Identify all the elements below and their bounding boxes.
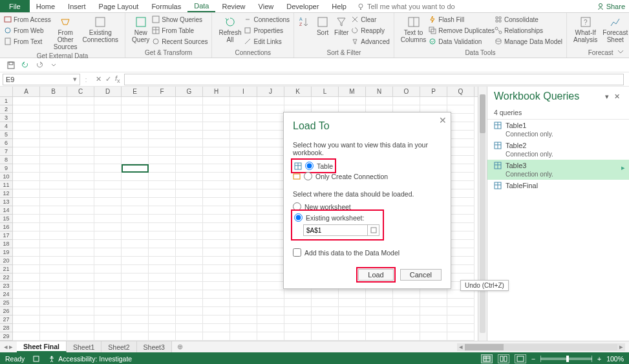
cell[interactable] (257, 97, 284, 105)
cell[interactable] (67, 173, 94, 181)
enter-formula-icon[interactable]: ✓ (105, 75, 111, 83)
cell[interactable] (94, 316, 122, 324)
cell[interactable] (40, 324, 67, 332)
cell[interactable] (176, 122, 203, 131)
cell[interactable] (176, 324, 203, 332)
cell[interactable] (13, 97, 40, 105)
cell[interactable] (149, 231, 176, 240)
cell[interactable] (203, 231, 230, 240)
row-header[interactable]: 6 (0, 139, 12, 147)
cell[interactable] (257, 240, 284, 248)
cell[interactable] (393, 97, 420, 105)
cell[interactable] (13, 131, 40, 139)
reapply-button[interactable]: Reapply (351, 25, 389, 36)
cell[interactable] (40, 122, 67, 131)
cell[interactable] (203, 332, 230, 341)
column-header[interactable]: Q (447, 87, 474, 96)
cell[interactable] (40, 231, 67, 240)
cell[interactable] (393, 332, 420, 341)
cell[interactable] (40, 316, 67, 324)
cell[interactable] (447, 105, 474, 114)
cell[interactable] (149, 273, 176, 282)
cell[interactable] (94, 114, 122, 122)
cell[interactable] (13, 156, 40, 164)
cell[interactable] (94, 164, 122, 173)
cell[interactable] (230, 290, 257, 299)
cell[interactable] (67, 206, 94, 215)
cell[interactable] (40, 189, 67, 198)
cell[interactable] (40, 147, 67, 156)
cell[interactable] (13, 332, 40, 341)
cell[interactable] (257, 181, 284, 189)
cell[interactable] (447, 173, 474, 181)
zoom-out-button[interactable]: − (531, 355, 535, 363)
cell[interactable] (257, 206, 284, 215)
cell[interactable] (203, 316, 230, 324)
cell[interactable] (94, 206, 122, 215)
row-header[interactable]: 2 (0, 105, 12, 114)
option-table-radio[interactable] (305, 162, 314, 170)
cell[interactable] (230, 231, 257, 240)
cell[interactable] (176, 131, 203, 139)
cell[interactable] (122, 240, 149, 248)
cell[interactable] (284, 324, 312, 332)
cell[interactable] (149, 97, 176, 105)
cell[interactable] (94, 122, 122, 131)
cell[interactable] (420, 324, 447, 332)
cell[interactable] (122, 147, 149, 156)
flash-fill-button[interactable]: Flash Fill (429, 14, 495, 25)
tab-insert[interactable]: Insert (61, 0, 92, 12)
cell[interactable] (122, 139, 149, 147)
cell[interactable] (230, 114, 257, 122)
column-header[interactable]: E (122, 87, 149, 96)
cell[interactable] (284, 290, 312, 299)
cell[interactable] (94, 282, 122, 290)
cell[interactable] (67, 290, 94, 299)
cell[interactable] (40, 257, 67, 265)
cell[interactable] (94, 231, 122, 240)
sheet-tab[interactable]: Sheet1 (67, 341, 101, 352)
cell[interactable] (230, 105, 257, 114)
cell[interactable] (230, 223, 257, 231)
accessibility-button[interactable]: Accessibility: Investigate (48, 355, 132, 363)
collapse-ribbon-button[interactable] (617, 48, 624, 55)
cell[interactable] (13, 316, 40, 324)
cell[interactable] (203, 273, 230, 282)
row-header[interactable]: 18 (0, 240, 12, 248)
cell[interactable] (176, 240, 203, 248)
cell[interactable] (67, 257, 94, 265)
cell[interactable] (13, 105, 40, 114)
cell[interactable] (67, 198, 94, 206)
row-header[interactable]: 10 (0, 173, 12, 181)
cell[interactable] (176, 173, 203, 181)
option-connection-radio[interactable] (304, 172, 312, 180)
cell[interactable] (149, 173, 176, 181)
cell[interactable] (176, 299, 203, 307)
column-header[interactable]: J (257, 87, 284, 96)
cell[interactable] (40, 105, 67, 114)
data-validation-button[interactable]: Data Validation (429, 36, 495, 47)
cell[interactable] (203, 139, 230, 147)
query-item[interactable]: Table1Connection only. (487, 120, 629, 140)
cell[interactable] (122, 173, 149, 181)
column-header[interactable]: B (40, 87, 67, 96)
cell[interactable] (176, 290, 203, 299)
cell[interactable] (257, 173, 284, 181)
cell[interactable] (149, 257, 176, 265)
cell[interactable] (13, 240, 40, 248)
cell[interactable] (312, 307, 339, 316)
cell[interactable] (122, 164, 149, 173)
cell[interactable] (67, 223, 94, 231)
column-header[interactable]: N (366, 87, 393, 96)
cell[interactable] (257, 290, 284, 299)
cell[interactable] (420, 316, 447, 324)
normal-view-button[interactable] (481, 354, 493, 363)
consolidate-button[interactable]: Consolidate (495, 14, 562, 25)
row-header[interactable]: 3 (0, 114, 12, 122)
cell-reference-input[interactable] (303, 224, 368, 236)
cell[interactable] (447, 223, 474, 231)
cell[interactable] (149, 282, 176, 290)
row-header[interactable]: 28 (0, 324, 12, 332)
cell[interactable] (13, 282, 40, 290)
cell[interactable] (122, 307, 149, 316)
